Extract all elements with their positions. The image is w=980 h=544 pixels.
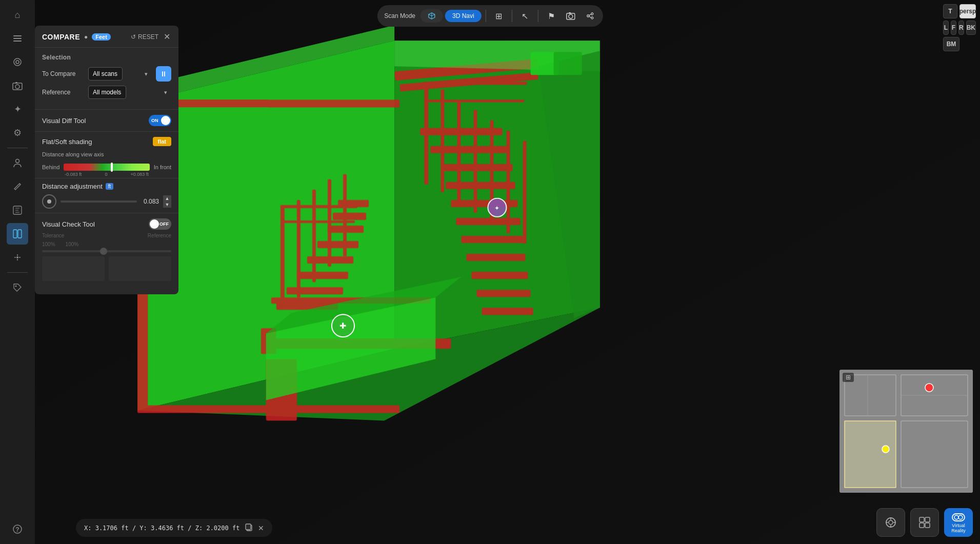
check-slider-thumb [100, 248, 107, 255]
svg-rect-61 [424, 99, 524, 102]
visual-check-section: Visual Check Tool OFF Tolerance Referenc… [35, 213, 178, 286]
sidebar-item-edit[interactable] [7, 176, 28, 197]
reference-select[interactable]: All models [88, 86, 126, 99]
flag-button[interactable]: ⚑ [543, 7, 560, 25]
sidebar-item-layers[interactable] [7, 28, 28, 49]
r-view-button[interactable]: R [958, 21, 964, 35]
photo-button[interactable] [562, 7, 579, 25]
selection-section: Selection To Compare All scans ⏸ Referen… [35, 48, 178, 109]
pause-button[interactable]: ⏸ [156, 66, 171, 82]
reset-icon: ↺ [131, 33, 136, 41]
svg-rect-93 [246, 524, 251, 530]
dial-circle[interactable] [42, 194, 56, 209]
toggle-off-label: OFF [159, 221, 169, 227]
svg-rect-100 [919, 517, 924, 522]
vr-label: Virtual Reality [945, 523, 972, 533]
sidebar-item-tag[interactable] [7, 277, 28, 298]
t-view-button[interactable]: T [943, 4, 957, 18]
svg-rect-103 [925, 523, 930, 528]
bm-view-button[interactable]: BM [943, 37, 959, 51]
camera-icon [566, 12, 575, 20]
vr-button[interactable]: Virtual Reality [944, 508, 973, 537]
3d-navi-button[interactable]: 3D Navi [445, 10, 482, 22]
sidebar-item-measure[interactable] [7, 199, 28, 221]
close-coords-button[interactable]: ✕ [258, 524, 264, 532]
svg-rect-44 [476, 290, 530, 297]
cursor-button[interactable]: ↖ [516, 7, 534, 25]
copy-coords-button[interactable] [245, 523, 253, 533]
share-icon [586, 12, 594, 20]
status-bar: X: 3.1706 ft / Y: 3.4636 ft / Z: 2.0200 … [76, 519, 272, 537]
svg-point-3 [14, 58, 21, 66]
svg-rect-53 [457, 99, 461, 202]
f-view-button[interactable]: F [951, 21, 956, 35]
check-slider-track[interactable] [42, 250, 171, 252]
panel-header: COMPARE ● Feet ↺ RESET ✕ [35, 26, 178, 48]
layout-icon [918, 516, 931, 529]
stepper-up[interactable]: ▲ [163, 195, 171, 202]
svg-text:✚: ✚ [339, 321, 346, 330]
persp-view-button[interactable]: persp [959, 4, 976, 18]
bottom-right-buttons: Virtual Reality [876, 508, 973, 537]
to-compare-select-wrapper: All scans [88, 67, 152, 80]
top-bar: Scan Mode 3D Navi ⊞ ↖ ⚑ [377, 5, 603, 27]
svg-rect-42 [466, 254, 525, 261]
toggle-off-circle [150, 219, 159, 229]
check-slider-row[interactable] [42, 250, 171, 252]
bk-view-button[interactable]: BK [966, 21, 976, 35]
shading-toggle-button[interactable]: flat [153, 137, 172, 146]
visual-check-label: Visual Check Tool [42, 220, 149, 228]
grid-button[interactable]: ⊞ [490, 7, 508, 25]
layout-button[interactable] [910, 508, 939, 537]
sidebar-item-view[interactable] [7, 51, 28, 73]
stepper-down[interactable]: ▼ [163, 202, 171, 208]
sidebar-item-star[interactable]: ✦ [7, 98, 28, 120]
svg-rect-43 [471, 272, 528, 279]
check-image-row [42, 256, 171, 281]
svg-point-6 [15, 85, 19, 89]
adjustment-track[interactable] [61, 200, 137, 203]
svg-point-19 [591, 13, 593, 15]
mini-map-background [839, 370, 973, 493]
to-compare-label: To Compare [42, 70, 88, 77]
behind-label: Behind [42, 164, 59, 170]
reset-label: RESET [138, 33, 158, 41]
topbar-divider-2 [512, 10, 512, 22]
sidebar-item-camera[interactable] [7, 75, 28, 96]
l-view-button[interactable]: L [943, 21, 949, 35]
check-image-placeholder-1 [42, 256, 105, 281]
svg-rect-11 [18, 230, 22, 238]
mini-map[interactable]: ⊞ [839, 370, 973, 493]
distance-bar-container[interactable]: -0.083 ft 0 +0.083 ft [64, 162, 149, 173]
reference-label: Reference [42, 89, 88, 96]
sidebar-item-help[interactable]: ? [7, 518, 28, 540]
svg-rect-31 [317, 241, 358, 248]
target-button[interactable] [876, 508, 905, 537]
sidebar-item-person[interactable] [7, 152, 28, 174]
coordinates-display: X: 3.1706 ft / Y: 3.4636 ft / Z: 2.0200 … [84, 525, 239, 532]
svg-point-21 [591, 17, 593, 19]
scan-mode-label: Scan Mode [381, 11, 418, 21]
mini-map-grid-button[interactable]: ⊞ [843, 373, 854, 382]
sidebar-item-home[interactable]: ⌂ [7, 4, 28, 26]
sidebar-item-settings[interactable]: ⚙ [7, 122, 28, 144]
adjustment-label: Distance adjustment [42, 183, 103, 190]
visual-check-toggle[interactable]: OFF [149, 218, 171, 230]
svg-point-106 [958, 515, 963, 519]
svg-rect-51 [424, 82, 428, 184]
to-compare-select[interactable]: All scans [88, 67, 123, 80]
close-button[interactable]: ✕ [163, 32, 171, 42]
distance-bar-row: Behind -0.083 ft 0 +0.083 ft In front [42, 162, 171, 173]
toggle-on-switch[interactable]: ON [149, 115, 171, 126]
svg-point-89 [925, 384, 933, 392]
share-button[interactable] [582, 7, 599, 25]
sidebar-item-compare[interactable] [7, 223, 28, 245]
scan-mode-button[interactable] [421, 9, 443, 23]
shading-label: Flat/Soft shading [42, 138, 153, 146]
sidebar-item-another[interactable] [7, 247, 28, 268]
reset-button[interactable]: ↺ RESET [131, 33, 158, 41]
svg-point-8 [16, 159, 19, 163]
visual-diff-toggle[interactable]: ON [149, 115, 171, 126]
tick-plus: +0.083 ft [130, 172, 148, 177]
svg-rect-56 [506, 131, 510, 233]
